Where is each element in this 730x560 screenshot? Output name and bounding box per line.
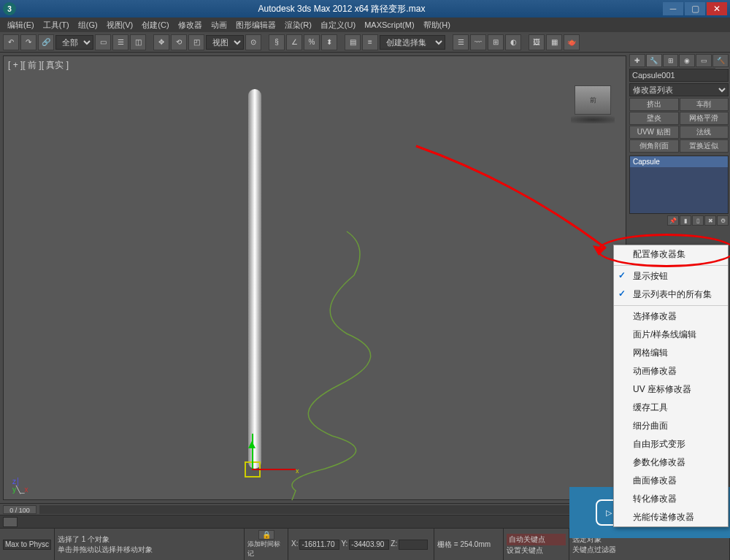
mirror-button[interactable]: ▤: [345, 34, 361, 50]
menu-graph-editors[interactable]: 图形编辑器: [231, 18, 280, 32]
menu-help[interactable]: 帮助(H): [419, 18, 455, 32]
stack-item-capsule[interactable]: Capsule: [630, 156, 728, 167]
curve-editor-button[interactable]: 〰: [470, 34, 486, 50]
percent-snap-button[interactable]: %: [304, 34, 320, 50]
menu-mesh-edit[interactable]: 网格编辑: [614, 344, 728, 362]
layer-button[interactable]: ☰: [453, 34, 469, 50]
render-frame-button[interactable]: ▦: [546, 34, 562, 50]
show-end-button[interactable]: ▮: [680, 215, 691, 226]
menu-edit[interactable]: 编辑(E): [3, 18, 39, 32]
render-setup-button[interactable]: 🖼: [529, 34, 545, 50]
mod-btn-disp[interactable]: 置换近似: [680, 139, 729, 153]
selection-status: 选择了 1 个对象: [58, 534, 241, 545]
maxscript-listener[interactable]: [3, 540, 51, 550]
named-selection-dropdown[interactable]: 创建选择集: [380, 35, 445, 50]
menu-anim-mods[interactable]: 动画修改器: [614, 362, 728, 380]
menu-ffd[interactable]: 自由形式变形: [614, 435, 728, 453]
coord-y-field[interactable]: [349, 540, 389, 550]
utilities-tab[interactable]: 🔨: [712, 54, 729, 67]
capsule-object[interactable]: [248, 89, 261, 469]
menu-subdiv[interactable]: 细分曲面: [614, 417, 728, 435]
menu-show-buttons[interactable]: ✓显示按钮: [614, 267, 728, 285]
select-region-button[interactable]: ◫: [130, 34, 146, 50]
mod-btn-normal[interactable]: 法线: [680, 126, 729, 139]
close-button[interactable]: ✕: [707, 2, 727, 15]
hierarchy-tab[interactable]: ⊞: [663, 54, 679, 67]
modifier-stack[interactable]: Capsule: [629, 156, 729, 214]
snap-toggle-button[interactable]: §: [269, 34, 285, 50]
ref-coord-dropdown[interactable]: 视图: [206, 35, 244, 50]
trackbar-toggle[interactable]: [3, 517, 18, 527]
pivot-button[interactable]: ⊙: [245, 34, 261, 50]
angle-snap-button[interactable]: ∠: [286, 34, 302, 50]
selection-filter-dropdown[interactable]: 全部: [55, 35, 93, 50]
menu-create[interactable]: 创建(C): [137, 18, 173, 32]
coord-x-field[interactable]: [299, 540, 339, 550]
viewcube[interactable]: 前: [575, 85, 611, 115]
select-button[interactable]: ▭: [95, 34, 111, 50]
menu-patch-spline[interactable]: 面片/样条线编辑: [614, 326, 728, 344]
menu-cache-tools[interactable]: 缓存工具: [614, 399, 728, 417]
menu-maxscript[interactable]: MAXScript(M): [360, 19, 418, 31]
add-time-tag[interactable]: 添加时间标记: [247, 540, 285, 559]
create-tab[interactable]: ✚: [629, 54, 645, 67]
object-name-field[interactable]: [629, 69, 729, 82]
rotate-button[interactable]: ⟲: [171, 34, 187, 50]
redo-button[interactable]: ↷: [20, 34, 36, 50]
menu-group[interactable]: 组(G): [74, 18, 102, 32]
lock-selection-button[interactable]: 🔒: [258, 530, 274, 540]
menu-tools[interactable]: 工具(T): [39, 18, 74, 32]
align-button[interactable]: ≡: [362, 34, 378, 50]
motion-tab[interactable]: ◉: [679, 54, 695, 67]
pin-stack-button[interactable]: 📌: [667, 215, 679, 226]
viewport-label[interactable]: [ + ][ 前 ][ 真实 ]: [8, 59, 69, 72]
maximize-button[interactable]: ▢: [685, 2, 705, 15]
menu-uv-mods[interactable]: UV 座标修改器: [614, 380, 728, 399]
mod-btn-extrude[interactable]: 挤出: [629, 98, 679, 111]
viewport-front[interactable]: [ + ][ 前 ][ 真实 ] 前 x z│ y╲_x: [3, 55, 626, 500]
mod-btn-meshsmooth[interactable]: 网格平滑: [680, 112, 729, 125]
time-slider-thumb[interactable]: 0 / 100: [3, 505, 36, 514]
main-toolbar: ↶ ↷ 🔗 全部 ▭ ☰ ◫ ✥ ⟲ ◰ 视图 ⊙ § ∠ % ⬍ ▤ ≡ 创建…: [0, 32, 730, 53]
remove-mod-button[interactable]: ✖: [704, 215, 716, 226]
select-name-button[interactable]: ☰: [112, 34, 128, 50]
prompt-line: 单击并拖动以选择并移动对象: [58, 545, 241, 555]
key-filter[interactable]: 关键点过滤器: [572, 545, 726, 555]
mod-btn-shell[interactable]: 壁炎: [629, 112, 679, 125]
menu-convert-mods[interactable]: 转化修改器: [614, 490, 728, 508]
menu-param-mods[interactable]: 参数化修改器: [614, 453, 728, 472]
undo-button[interactable]: ↶: [3, 34, 19, 50]
menu-modifiers[interactable]: 修改器: [174, 18, 207, 32]
schematic-button[interactable]: ⊞: [488, 34, 504, 50]
menu-view[interactable]: 视图(V): [102, 18, 138, 32]
spinner-snap-button[interactable]: ⬍: [321, 34, 337, 50]
menu-selection-mods[interactable]: 选择修改器: [614, 307, 728, 326]
app-logo-icon: 3: [3, 2, 16, 15]
unique-button[interactable]: ▯: [692, 215, 704, 226]
link-button[interactable]: 🔗: [38, 34, 54, 50]
autokey-button[interactable]: 自动关键点: [507, 534, 566, 545]
modify-tab[interactable]: 🔧: [646, 54, 662, 67]
display-tab[interactable]: ▭: [696, 54, 712, 67]
menu-configure-sets[interactable]: 配置修改器集: [614, 245, 728, 266]
axis-indicator: z│ y╲_x: [12, 477, 28, 494]
mod-btn-uvwmap[interactable]: UVW 贴图: [629, 126, 679, 139]
modifier-list-dropdown[interactable]: 修改器列表: [629, 83, 729, 96]
setkey-button[interactable]: 设置关键点: [507, 545, 566, 556]
menu-show-all-sets[interactable]: ✓显示列表中的所有集: [614, 285, 728, 306]
mod-btn-lathe[interactable]: 车削: [680, 98, 729, 111]
minimize-button[interactable]: ─: [663, 2, 683, 15]
menu-radiosity-mods[interactable]: 光能传递修改器: [614, 508, 728, 526]
render-button[interactable]: 🫖: [564, 34, 580, 50]
menu-surface-mods[interactable]: 曲面修改器: [614, 472, 728, 490]
scale-button[interactable]: ◰: [188, 34, 204, 50]
menu-customize[interactable]: 自定义(U): [316, 18, 360, 32]
mod-btn-bevel[interactable]: 倒角剖面: [629, 139, 679, 153]
configure-sets-button[interactable]: ⚙: [717, 215, 729, 226]
menu-animation[interactable]: 动画: [207, 18, 231, 32]
spline-object[interactable]: [4, 56, 624, 523]
material-editor-button[interactable]: ◐: [505, 34, 521, 50]
coord-z-field[interactable]: [399, 540, 428, 550]
move-button[interactable]: ✥: [153, 34, 169, 50]
menu-rendering[interactable]: 渲染(R): [280, 18, 316, 32]
